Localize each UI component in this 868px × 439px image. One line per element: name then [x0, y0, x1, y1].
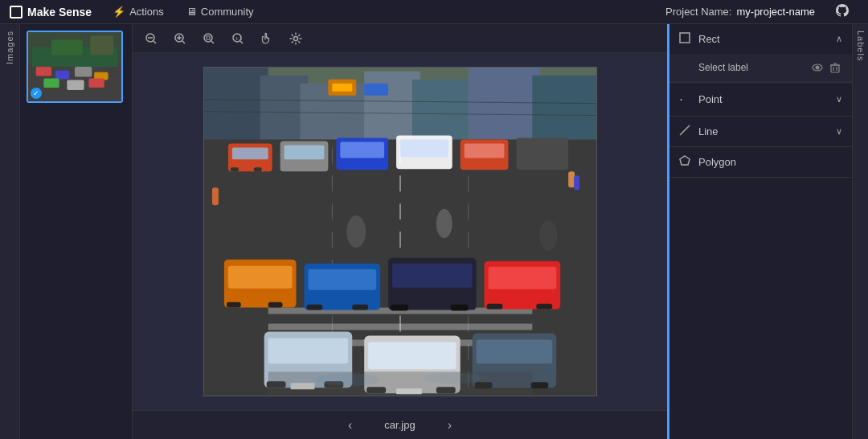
svg-rect-71 — [488, 267, 556, 289]
svg-rect-48 — [253, 167, 261, 171]
svg-point-88 — [346, 215, 366, 248]
svg-rect-11 — [90, 35, 113, 55]
svg-rect-64 — [306, 305, 322, 310]
svg-rect-67 — [392, 264, 473, 288]
github-link[interactable] — [828, 4, 857, 19]
svg-rect-2 — [36, 67, 51, 76]
zoom-in-button[interactable] — [171, 30, 189, 47]
rect-label-item: Select label — [669, 54, 852, 82]
svg-rect-59 — [227, 266, 292, 289]
svg-rect-75 — [268, 338, 348, 363]
svg-rect-99 — [680, 33, 690, 43]
svg-rect-36 — [332, 84, 352, 92]
svg-line-107 — [680, 125, 690, 135]
labels-tab[interactable]: Labels — [856, 24, 866, 68]
svg-rect-87 — [530, 382, 548, 388]
svg-line-21 — [211, 41, 214, 43]
svg-rect-102 — [831, 65, 839, 72]
point-section-header[interactable]: · Point ∨ — [669, 83, 852, 116]
project-info: Project Name: my-project-name — [654, 4, 868, 19]
svg-point-90 — [539, 220, 557, 251]
svg-rect-4 — [75, 67, 92, 77]
project-name: my-project-name — [736, 6, 815, 18]
svg-rect-52 — [340, 142, 384, 158]
brand-logo[interactable]: Make Sense — [0, 6, 101, 18]
point-title: Point — [698, 93, 829, 105]
svg-marker-108 — [680, 156, 690, 165]
svg-rect-47 — [230, 167, 238, 171]
svg-rect-65 — [352, 305, 368, 310]
svg-rect-10 — [51, 39, 83, 55]
settings-tool-button[interactable] — [287, 30, 305, 47]
thumbnail-preview — [28, 32, 121, 101]
polygon-section: Polygon — [669, 147, 852, 178]
rect-icon — [679, 32, 692, 46]
svg-point-89 — [436, 209, 452, 238]
svg-point-101 — [816, 66, 819, 69]
image-list-panel: ✓ — [20, 24, 133, 439]
check-badge: ✓ — [31, 88, 42, 99]
canvas-area: 1:1 — [133, 24, 667, 439]
line-chevron: ∨ — [836, 126, 842, 137]
rect-label-visibility-button[interactable] — [810, 60, 825, 75]
svg-rect-3 — [55, 71, 69, 80]
line-icon — [679, 125, 692, 138]
polygon-icon — [679, 155, 692, 169]
svg-point-97 — [316, 373, 380, 386]
svg-rect-7 — [67, 80, 84, 90]
polygon-section-header[interactable]: Polygon — [669, 147, 852, 177]
brand-name: Make Sense — [27, 6, 92, 18]
image-thumbnail[interactable]: ✓ — [27, 31, 123, 103]
image-footer: ‹ car.jpg › — [133, 410, 667, 439]
svg-line-24 — [240, 41, 243, 43]
main-area: Images — [0, 24, 868, 439]
point-section: · Point ∨ — [669, 83, 852, 117]
svg-rect-46 — [231, 147, 268, 159]
svg-rect-85 — [476, 339, 552, 363]
svg-point-19 — [204, 34, 212, 42]
svg-point-98 — [424, 372, 480, 384]
point-icon: · — [679, 91, 692, 108]
svg-rect-56 — [464, 143, 504, 158]
project-label: Project Name: — [665, 6, 731, 18]
actions-menu[interactable]: ⚡ Actions — [101, 0, 175, 23]
svg-rect-72 — [486, 304, 502, 310]
canvas-viewport[interactable] — [133, 53, 667, 410]
rect-section-header[interactable]: Rect ∧ — [669, 24, 852, 54]
svg-rect-54 — [400, 139, 448, 157]
svg-rect-96 — [268, 371, 532, 396]
zoom-reset-button[interactable]: 1:1 — [229, 30, 247, 47]
svg-point-25 — [294, 36, 298, 40]
rect-chevron: ∧ — [836, 34, 842, 44]
svg-rect-93 — [211, 187, 218, 205]
svg-rect-63 — [308, 269, 376, 290]
rect-label-delete-button[interactable] — [828, 60, 842, 75]
right-labels-panel: Rect ∧ Select label — [667, 24, 852, 439]
line-title: Line — [698, 125, 829, 137]
svg-rect-43 — [268, 324, 532, 330]
svg-rect-8 — [88, 79, 104, 88]
svg-rect-6 — [43, 79, 59, 88]
main-image — [203, 67, 597, 396]
svg-rect-50 — [284, 145, 324, 159]
line-section-header[interactable]: Line ∨ — [669, 117, 852, 146]
rect-title: Rect — [698, 33, 829, 45]
community-menu[interactable]: 🖥 Community — [175, 0, 265, 23]
svg-rect-57 — [516, 137, 568, 170]
zoom-fit-button[interactable] — [200, 30, 218, 47]
svg-rect-91 — [568, 171, 575, 187]
svg-rect-92 — [574, 175, 579, 190]
images-tab[interactable]: Images — [5, 24, 14, 71]
pan-tool-button[interactable] — [258, 30, 276, 47]
zoom-out-button[interactable] — [142, 30, 160, 47]
svg-rect-73 — [536, 304, 552, 310]
svg-rect-60 — [226, 302, 240, 308]
right-tab: Labels — [852, 24, 868, 439]
image-filename: car.jpg — [384, 419, 415, 431]
next-image-button[interactable]: › — [448, 418, 452, 433]
svg-rect-80 — [368, 342, 457, 369]
actions-icon: ⚡ — [113, 6, 125, 18]
svg-rect-68 — [391, 305, 408, 311]
prev-image-button[interactable]: ‹ — [348, 418, 352, 433]
svg-rect-69 — [450, 305, 468, 311]
